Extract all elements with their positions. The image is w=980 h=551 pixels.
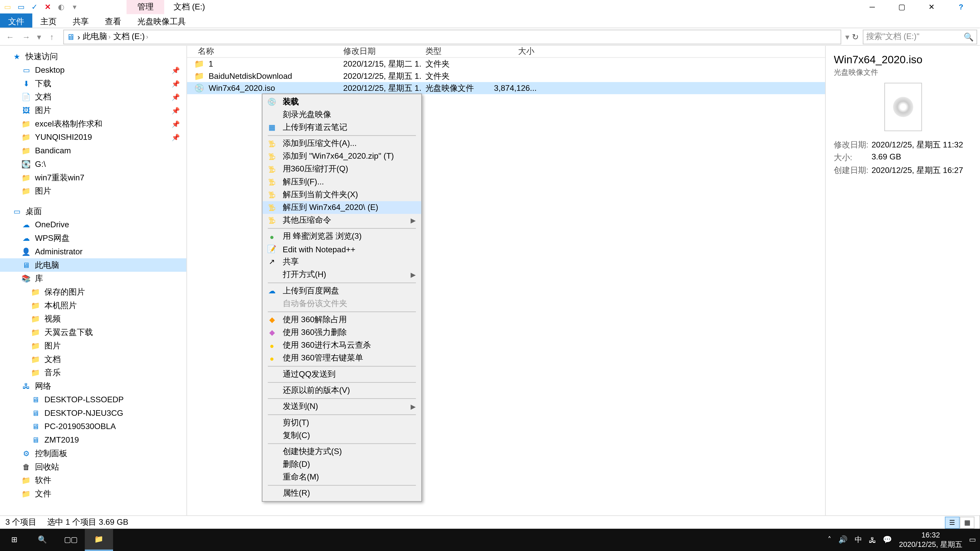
task-view-button[interactable]: ▢▢ — [57, 529, 85, 551]
nav-desktop-zh[interactable]: ▭桌面 — [0, 205, 186, 218]
tab-home[interactable]: 主页 — [32, 14, 65, 27]
nav-lib-docs[interactable]: 📁文档 — [0, 353, 186, 366]
view-icons-button[interactable]: ▦ — [959, 516, 974, 528]
start-button[interactable]: ⊞ — [0, 529, 28, 551]
breadcrumb-drive[interactable]: 文档 (E:)› — [113, 31, 148, 42]
cm-shortcut[interactable]: 创建快捷方式(S) — [262, 445, 421, 458]
col-size[interactable]: 大小 — [490, 46, 538, 57]
cm-properties[interactable]: 属性(R) — [262, 487, 421, 500]
explorer-taskbar-button[interactable]: 📁 — [85, 529, 113, 551]
cm-add-archive[interactable]: 🗜添加到压缩文件(A)... — [262, 137, 421, 150]
maximize-button[interactable]: ▢ — [887, 0, 917, 14]
cm-open-360[interactable]: 🗜用360压缩打开(Q) — [262, 163, 421, 176]
nav-network[interactable]: 🖧网络 — [0, 380, 186, 393]
context-tab-manage[interactable]: 管理 — [127, 0, 164, 14]
qat-item[interactable]: ▭ — [16, 2, 25, 11]
tab-view[interactable]: 查看 — [97, 14, 129, 27]
nav-bandicam[interactable]: 📁Bandicam — [0, 144, 186, 157]
nav-pictures[interactable]: 🖼图片📌 — [0, 103, 186, 117]
back-button[interactable]: ← — [3, 29, 18, 44]
breadcrumb-pc[interactable]: 此电脑› — [83, 31, 110, 42]
cm-360-menu[interactable]: ●使用 360管理右键菜单 — [262, 352, 421, 365]
nav-tianyi[interactable]: 📁天翼云盘下载 — [0, 326, 186, 339]
cm-add-zip[interactable]: 🗜添加到 "Win7x64_2020.zip" (T) — [262, 150, 421, 163]
nav-lib-pictures[interactable]: 📁图片 — [0, 339, 186, 353]
minimize-button[interactable]: ─ — [858, 0, 887, 14]
nav-downloads[interactable]: ⬇下载📌 — [0, 77, 186, 90]
nav-this-pc[interactable]: 🖥此电脑 — [0, 259, 186, 272]
cm-extract-here[interactable]: 🗜解压到当前文件夹(X) — [262, 188, 421, 201]
nav-local-pics[interactable]: 📁本机照片 — [0, 299, 186, 312]
cm-notepad[interactable]: 📝Edit with Notepad++ — [262, 243, 421, 256]
nav-recycle[interactable]: 🗑回收站 — [0, 460, 186, 474]
nav-quick-access[interactable]: ★快速访问 — [0, 50, 186, 63]
tray-overflow-icon[interactable]: ▭ — [969, 535, 976, 544]
nav-videos[interactable]: 📁视频 — [0, 312, 186, 326]
qat-save-icon[interactable]: ✓ — [30, 2, 39, 11]
nav-lib-music[interactable]: 📁音乐 — [0, 366, 186, 380]
cm-360-unlock[interactable]: ◆使用 360解除占用 — [262, 313, 421, 326]
search-input[interactable]: 搜索"文档 (E:)" 🔍 — [863, 29, 977, 44]
nav-documents[interactable]: 📄文档📌 — [0, 90, 186, 103]
cm-rename[interactable]: 重命名(M) — [262, 471, 421, 484]
col-name[interactable]: 名称 — [194, 46, 339, 57]
clock[interactable]: 16:32 2020/12/25, 星期五 — [899, 531, 963, 549]
view-details-button[interactable]: ☰ — [945, 516, 959, 528]
cm-extract-named[interactable]: 🗜解压到 Win7x64_2020\ (E) — [262, 201, 421, 214]
col-type[interactable]: 类型 — [422, 46, 490, 57]
cm-restore[interactable]: 还原以前的版本(V) — [262, 384, 421, 397]
file-row-selected[interactable]: 💿 Win7x64_2020.iso 2020/12/25, 星期五 1... … — [187, 82, 825, 94]
cm-send-to[interactable]: 发送到(N)▶ — [262, 400, 421, 413]
cm-copy[interactable]: 复制(C) — [262, 429, 421, 442]
chevron-right-icon[interactable]: › — [77, 32, 80, 41]
recent-dropdown[interactable]: ▾ — [35, 29, 43, 44]
file-row[interactable]: 📁 1 2020/12/15, 星期二 1... 文件夹 — [187, 58, 825, 70]
cm-mount[interactable]: 💿装载 — [262, 95, 421, 108]
nav-pictures2[interactable]: 📁图片 — [0, 184, 186, 198]
breadcrumb[interactable]: 🖥 › 此电脑› 文档 (E:)› — [63, 29, 841, 44]
ime-indicator[interactable]: 中 — [855, 535, 862, 545]
cm-360-delete[interactable]: ◆使用 360强力删除 — [262, 326, 421, 339]
tab-file[interactable]: 文件 — [0, 14, 32, 27]
nav-software[interactable]: 📁软件 — [0, 473, 186, 487]
nav-control-panel[interactable]: ⚙控制面板 — [0, 447, 186, 460]
volume-icon[interactable]: 🔊 — [838, 535, 848, 544]
qat-dropdown-icon[interactable]: ▾ — [70, 2, 80, 11]
history-dropdown-icon[interactable]: ▾ — [845, 32, 850, 41]
cm-cut[interactable]: 剪切(T) — [262, 416, 421, 429]
help-icon[interactable]: ? — [946, 0, 976, 14]
nav-libraries[interactable]: 📚库 — [0, 272, 186, 285]
nav-pc1[interactable]: 🖥DESKTOP-LSSOEDP — [0, 393, 186, 407]
cm-youdao[interactable]: ▦上传到有道云笔记 — [262, 121, 421, 134]
qat-item[interactable]: ◐ — [57, 2, 66, 11]
action-center-icon[interactable]: 💬 — [883, 535, 892, 544]
cm-honey-browser[interactable]: ●用 蜂蜜浏览器 浏览(3) — [262, 230, 421, 243]
nav-admin[interactable]: 👤Administrator — [0, 245, 186, 259]
file-row[interactable]: 📁 BaiduNetdiskDownload 2020/12/25, 星期五 1… — [187, 70, 825, 82]
qat-delete-icon[interactable]: ✕ — [43, 2, 52, 11]
tab-share[interactable]: 共享 — [65, 14, 97, 27]
cm-360-scan[interactable]: ●使用 360进行木马云查杀 — [262, 339, 421, 352]
nav-gdrive[interactable]: 💽G:\ — [0, 157, 186, 171]
network-icon[interactable]: 🖧 — [869, 536, 876, 544]
cm-burn[interactable]: 刻录光盘映像 — [262, 108, 421, 121]
nav-files[interactable]: 📁文件 — [0, 487, 186, 500]
nav-excel[interactable]: 📁excel表格制作求和📌 — [0, 117, 186, 130]
nav-yunqishi[interactable]: 📁YUNQISHI2019📌 — [0, 130, 186, 144]
refresh-icon[interactable]: ↻ — [852, 32, 859, 41]
cm-delete[interactable]: 删除(D) — [262, 458, 421, 471]
close-button[interactable]: ✕ — [917, 0, 946, 14]
cm-other-compress[interactable]: 🗜其他压缩命令▶ — [262, 214, 421, 227]
cm-qq-send[interactable]: 通过QQ发送到 — [262, 368, 421, 381]
cm-open-with[interactable]: 打开方式(H)▶ — [262, 268, 421, 281]
search-button[interactable]: 🔍 — [28, 529, 57, 551]
nav-pc3[interactable]: 🖥PC-20190530OBLA — [0, 420, 186, 433]
nav-pc4[interactable]: 🖥ZMT2019 — [0, 433, 186, 447]
col-date[interactable]: 修改日期 — [339, 46, 422, 57]
search-icon[interactable]: 🔍 — [964, 32, 974, 41]
up-button[interactable]: ↑ — [45, 29, 59, 44]
nav-win7reload[interactable]: 📁win7重装win7 — [0, 171, 186, 184]
tray-up-icon[interactable]: ˄ — [828, 535, 832, 544]
nav-pc2[interactable]: 🖥DESKTOP-NJEU3CG — [0, 407, 186, 420]
cm-share[interactable]: ↗共享 — [262, 256, 421, 268]
